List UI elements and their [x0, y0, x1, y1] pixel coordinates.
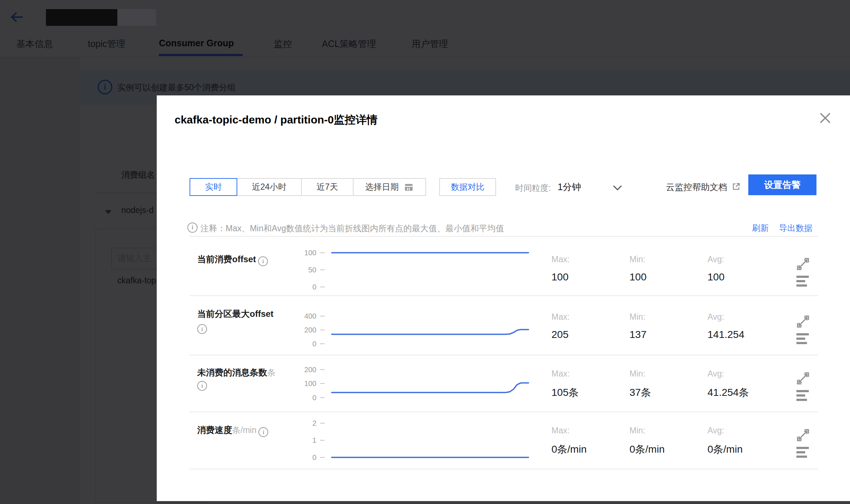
metric-info-icon[interactable]: i — [197, 324, 207, 334]
cloud-monitor-help-link[interactable]: 云监控帮助文档 — [666, 181, 727, 193]
time-tab-24h[interactable]: 近24小时 — [237, 178, 302, 196]
metric-title-partition-max-offset: 当前分区最大offset — [197, 308, 273, 320]
stat-max-label: Max: — [551, 255, 570, 264]
stat-max-label: Max: — [551, 369, 570, 379]
line-chart-consume-speed: 210 — [277, 410, 532, 468]
stat-avg-value: 0条/min — [707, 442, 742, 456]
stat-max-value: 0条/min — [551, 442, 586, 456]
stat-min-value: 137 — [629, 329, 647, 340]
svg-text:0: 0 — [312, 283, 316, 291]
time-tab-pick-date[interactable]: 选择日期 — [353, 178, 426, 196]
stat-min-label: Min: — [629, 312, 645, 322]
svg-text:200: 200 — [304, 366, 316, 374]
stat-max-label: Max: — [551, 312, 570, 322]
external-link-icon[interactable] — [732, 182, 741, 191]
stat-min-label: Min: — [629, 426, 645, 436]
svg-text:2: 2 — [312, 419, 316, 427]
expand-fullscreen-icon[interactable] — [796, 429, 810, 442]
metric-info-icon[interactable]: i — [197, 381, 207, 391]
stat-min-label: Min: — [629, 255, 645, 264]
data-list-icon[interactable] — [796, 390, 810, 402]
close-icon[interactable] — [819, 111, 832, 125]
expand-fullscreen-icon[interactable] — [796, 315, 810, 328]
data-list-icon[interactable] — [796, 447, 810, 458]
svg-text:400: 400 — [304, 312, 316, 320]
metric-info-icon[interactable]: i — [258, 427, 268, 437]
svg-text:0: 0 — [312, 394, 316, 402]
stat-max-value: 205 — [551, 329, 569, 340]
redacted-instance-name — [46, 9, 117, 26]
stat-min-value: 37条 — [629, 386, 651, 399]
svg-text:50: 50 — [308, 266, 316, 274]
stat-avg-value: 41.254条 — [707, 386, 749, 399]
data-list-icon[interactable] — [796, 333, 810, 345]
time-tab-7d[interactable]: 近7天 — [301, 178, 354, 196]
line-chart-consume-offset: 100500 — [277, 239, 532, 293]
note-info-icon: i — [187, 223, 198, 233]
svg-text:0: 0 — [312, 340, 316, 348]
data-list-icon[interactable] — [796, 276, 810, 287]
stat-avg-value: 141.254 — [707, 329, 744, 340]
stat-max-label: Max: — [551, 426, 570, 436]
modal-title: ckafka-topic-demo / partition-0监控详情 — [175, 113, 378, 127]
metric-info-icon[interactable]: i — [258, 256, 268, 266]
monitor-detail-modal: ckafka-topic-demo / partition-0监控详情 实时 近… — [157, 95, 850, 501]
time-tab-realtime[interactable]: 实时 — [190, 178, 237, 196]
stat-min-value: 0条/min — [629, 442, 664, 456]
refresh-link[interactable]: 刷新 — [752, 223, 769, 234]
svg-text:0: 0 — [312, 453, 316, 461]
calendar-icon — [404, 182, 414, 192]
granularity-label: 时间粒度: — [515, 182, 551, 194]
chevron-down-icon[interactable] — [613, 185, 622, 190]
expand-fullscreen-icon[interactable] — [796, 257, 810, 271]
line-chart-partition-max-offset: 4002000 — [277, 302, 532, 357]
line-chart-unconsumed-messages: 2001000 — [277, 356, 532, 411]
granularity-value[interactable]: 1分钟 — [558, 181, 581, 193]
stat-avg-label: Avg: — [707, 369, 724, 379]
metric-title-consume-offset: 当前消费offseti — [197, 253, 268, 266]
expand-fullscreen-icon[interactable] — [796, 372, 810, 385]
stat-max-value: 100 — [551, 271, 569, 283]
redacted-instance-name-2 — [117, 9, 156, 26]
set-alarm-button[interactable]: 设置告警 — [748, 174, 816, 195]
svg-text:100: 100 — [304, 379, 316, 387]
svg-text:100: 100 — [304, 249, 316, 257]
metric-title-consume-speed: 消费速度条/mini — [197, 424, 268, 437]
stat-avg-value: 100 — [707, 271, 725, 283]
stat-avg-label: Avg: — [707, 426, 724, 436]
metric-title-unconsumed-messages: 未消费的消息条数条 — [197, 367, 276, 378]
stat-avg-label: Avg: — [707, 255, 724, 264]
row-divider — [189, 469, 818, 469]
stat-min-label: Min: — [629, 369, 645, 379]
stat-avg-label: Avg: — [707, 312, 724, 322]
export-data-link[interactable]: 导出数据 — [779, 223, 812, 234]
note-text: 注释：Max、Min和Avg数值统计为当前折线图内所有点的最大值、最小值和平均值 — [200, 223, 504, 234]
stat-min-value: 100 — [629, 271, 647, 283]
row-divider — [189, 295, 818, 296]
svg-text:200: 200 — [304, 326, 316, 334]
svg-text:1: 1 — [312, 436, 316, 444]
stat-max-value: 105条 — [551, 386, 579, 399]
time-range-tabs: 实时 近24小时 近7天 选择日期 — [190, 178, 426, 196]
data-compare-button[interactable]: 数据对比 — [439, 178, 496, 196]
pick-date-label: 选择日期 — [365, 178, 399, 196]
row-divider — [189, 236, 818, 237]
